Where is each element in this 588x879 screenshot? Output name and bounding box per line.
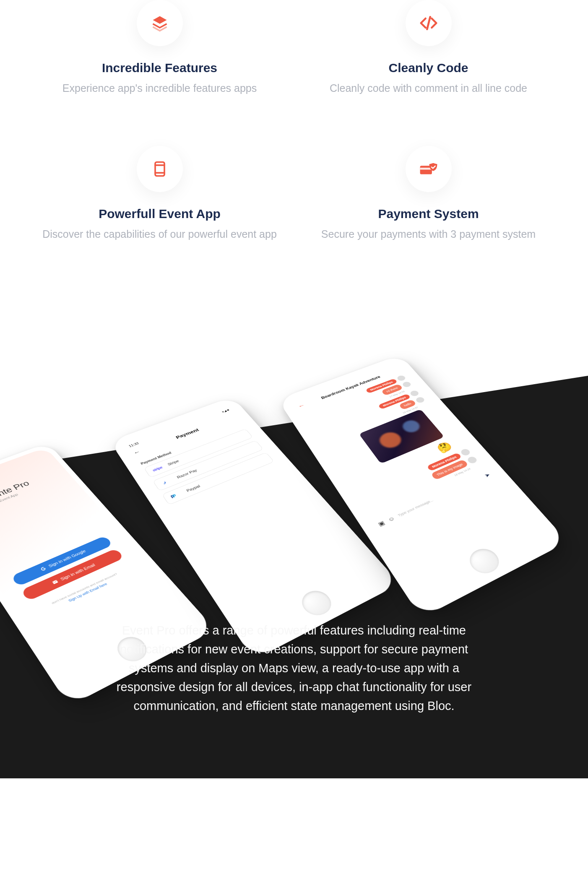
feature-desc: Cleanly code with comment in all line co… <box>330 81 527 96</box>
feature-card-payment: Payment System Secure your payments with… <box>311 146 546 242</box>
feature-desc: Discover the capabilities of our powerfu… <box>42 227 277 242</box>
feature-desc: Experience app's incredible features app… <box>62 81 257 96</box>
feature-card-code: Cleanly Code Cleanly code with comment i… <box>311 0 546 96</box>
avatar <box>460 448 472 457</box>
brand-row: Evente Pro Mobile Event App <box>0 468 64 516</box>
send-icon[interactable]: ➤ <box>483 472 492 479</box>
camera-icon[interactable]: ▣ <box>377 520 386 528</box>
feature-card-event-app: Powerfull Event App Discover the capabil… <box>42 146 277 242</box>
feature-title: Cleanly Code <box>388 61 468 75</box>
avatar <box>401 381 412 388</box>
layers-icon <box>137 0 183 46</box>
avatar <box>466 455 478 464</box>
avatar <box>396 374 406 382</box>
back-icon[interactable]: ← <box>297 403 306 409</box>
device-icon <box>137 146 183 192</box>
paypal-icon: PP <box>170 491 183 499</box>
payment-shield-icon <box>406 146 452 192</box>
hero-description: Event Pro offers a range of powerful fea… <box>101 621 487 715</box>
svg-line-0 <box>427 17 430 29</box>
feature-desc: Secure your payments with 3 payment syst… <box>321 227 536 242</box>
feature-title: Powerfull Event App <box>99 207 221 221</box>
features-grid: Incredible Features Experience app's inc… <box>0 0 588 275</box>
avatar <box>415 396 426 404</box>
feature-title: Incredible Features <box>102 61 217 75</box>
svg-rect-1 <box>155 162 164 176</box>
feature-title: Payment System <box>378 207 479 221</box>
hero-section: Evente Pro Mobile Event App Sign in with… <box>0 275 588 778</box>
back-icon[interactable]: ← <box>133 449 142 456</box>
feature-card-incredible: Incredible Features Experience app's inc… <box>42 0 277 96</box>
code-icon <box>406 0 452 46</box>
